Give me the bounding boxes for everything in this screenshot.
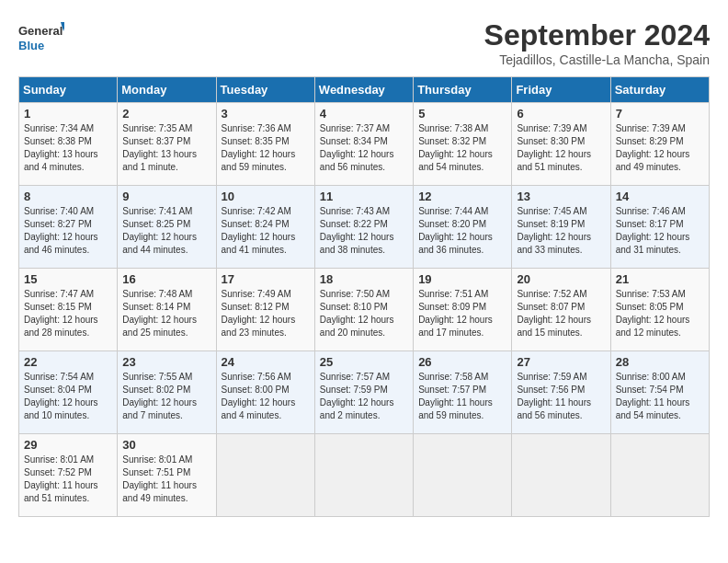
- day-number: 6: [517, 107, 605, 121]
- table-cell: 28 Sunrise: 8:00 AM Sunset: 7:54 PM Dayl…: [610, 351, 709, 434]
- header-wednesday: Wednesday: [314, 77, 413, 103]
- day-info: Sunrise: 7:51 AM Sunset: 8:09 PM Dayligh…: [418, 288, 506, 339]
- table-cell: 7 Sunrise: 7:39 AM Sunset: 8:29 PM Dayli…: [610, 103, 709, 186]
- table-cell: 19 Sunrise: 7:51 AM Sunset: 8:09 PM Dayl…: [414, 269, 512, 351]
- day-number: 17: [222, 272, 310, 286]
- table-cell: [414, 434, 512, 517]
- day-info: Sunrise: 7:39 AM Sunset: 8:29 PM Dayligh…: [616, 122, 704, 174]
- logo: General Blue: [18, 18, 64, 60]
- table-cell: 2 Sunrise: 7:35 AM Sunset: 8:37 PM Dayli…: [118, 103, 216, 186]
- day-number: 7: [616, 107, 704, 121]
- day-info: Sunrise: 7:55 AM Sunset: 8:02 PM Dayligh…: [122, 371, 210, 422]
- table-cell: 3 Sunrise: 7:36 AM Sunset: 8:35 PM Dayli…: [216, 103, 314, 186]
- day-info: Sunrise: 7:50 AM Sunset: 8:10 PM Dayligh…: [320, 288, 408, 339]
- day-number: 25: [320, 355, 408, 369]
- table-cell: 1 Sunrise: 7:34 AM Sunset: 8:38 PM Dayli…: [19, 103, 118, 186]
- week-row-4: 22 Sunrise: 7:54 AM Sunset: 8:04 PM Dayl…: [19, 351, 710, 434]
- day-number: 9: [122, 190, 210, 203]
- table-cell: 26 Sunrise: 7:58 AM Sunset: 7:57 PM Dayl…: [414, 351, 512, 434]
- table-cell: [610, 434, 709, 517]
- header-sunday: Sunday: [19, 77, 118, 103]
- week-row-2: 8 Sunrise: 7:40 AM Sunset: 8:27 PM Dayli…: [19, 186, 710, 269]
- day-info: Sunrise: 7:44 AM Sunset: 8:20 PM Dayligh…: [418, 205, 506, 257]
- day-info: Sunrise: 7:34 AM Sunset: 8:38 PM Dayligh…: [24, 122, 112, 174]
- table-cell: 11 Sunrise: 7:43 AM Sunset: 8:22 PM Dayl…: [314, 186, 413, 269]
- table-cell: 21 Sunrise: 7:53 AM Sunset: 8:05 PM Dayl…: [610, 269, 709, 351]
- day-info: Sunrise: 7:59 AM Sunset: 7:56 PM Dayligh…: [517, 371, 605, 422]
- table-cell: 5 Sunrise: 7:38 AM Sunset: 8:32 PM Dayli…: [414, 103, 512, 186]
- day-number: 20: [517, 272, 605, 286]
- table-cell: [216, 434, 314, 517]
- header-saturday: Saturday: [610, 77, 709, 103]
- header-friday: Friday: [512, 77, 610, 103]
- table-cell: [314, 434, 413, 517]
- day-number: 14: [616, 190, 704, 203]
- day-info: Sunrise: 7:43 AM Sunset: 8:22 PM Dayligh…: [320, 205, 408, 257]
- table-cell: [512, 434, 610, 517]
- day-number: 29: [24, 438, 112, 452]
- day-info: Sunrise: 7:54 AM Sunset: 8:04 PM Dayligh…: [24, 371, 112, 422]
- header-row: Sunday Monday Tuesday Wednesday Thursday…: [19, 77, 710, 103]
- table-cell: 23 Sunrise: 7:55 AM Sunset: 8:02 PM Dayl…: [118, 351, 216, 434]
- table-cell: 13 Sunrise: 7:45 AM Sunset: 8:19 PM Dayl…: [512, 186, 610, 269]
- day-number: 12: [418, 190, 506, 203]
- table-cell: 15 Sunrise: 7:47 AM Sunset: 8:15 PM Dayl…: [19, 269, 118, 351]
- day-info: Sunrise: 7:41 AM Sunset: 8:25 PM Dayligh…: [122, 205, 210, 257]
- table-cell: 22 Sunrise: 7:54 AM Sunset: 8:04 PM Dayl…: [19, 351, 118, 434]
- day-info: Sunrise: 7:36 AM Sunset: 8:35 PM Dayligh…: [222, 122, 310, 174]
- day-info: Sunrise: 7:47 AM Sunset: 8:15 PM Dayligh…: [24, 288, 112, 339]
- table-cell: 6 Sunrise: 7:39 AM Sunset: 8:30 PM Dayli…: [512, 103, 610, 186]
- svg-text:Blue: Blue: [18, 39, 44, 52]
- day-number: 26: [418, 355, 506, 369]
- week-row-3: 15 Sunrise: 7:47 AM Sunset: 8:15 PM Dayl…: [19, 269, 710, 351]
- day-number: 28: [616, 355, 704, 369]
- table-cell: 30 Sunrise: 8:01 AM Sunset: 7:51 PM Dayl…: [118, 434, 216, 517]
- day-number: 11: [320, 190, 408, 203]
- location: Tejadillos, Castille-La Mancha, Spain: [484, 52, 710, 67]
- day-info: Sunrise: 7:48 AM Sunset: 8:14 PM Dayligh…: [122, 288, 210, 339]
- day-number: 10: [222, 190, 310, 203]
- day-info: Sunrise: 7:37 AM Sunset: 8:34 PM Dayligh…: [320, 122, 408, 174]
- day-info: Sunrise: 7:56 AM Sunset: 8:00 PM Dayligh…: [222, 371, 310, 422]
- table-cell: 14 Sunrise: 7:46 AM Sunset: 8:17 PM Dayl…: [610, 186, 709, 269]
- day-number: 2: [122, 107, 210, 121]
- day-number: 23: [122, 355, 210, 369]
- week-row-1: 1 Sunrise: 7:34 AM Sunset: 8:38 PM Dayli…: [19, 103, 710, 186]
- day-info: Sunrise: 7:35 AM Sunset: 8:37 PM Dayligh…: [122, 122, 210, 174]
- header-monday: Monday: [118, 77, 216, 103]
- title-area: September 2024 Tejadillos, Castille-La M…: [484, 18, 710, 67]
- day-number: 19: [418, 272, 506, 286]
- calendar-table: Sunday Monday Tuesday Wednesday Thursday…: [18, 76, 710, 517]
- table-cell: 10 Sunrise: 7:42 AM Sunset: 8:24 PM Dayl…: [216, 186, 314, 269]
- table-cell: 8 Sunrise: 7:40 AM Sunset: 8:27 PM Dayli…: [19, 186, 118, 269]
- day-number: 30: [122, 438, 210, 452]
- day-number: 13: [517, 190, 605, 203]
- day-info: Sunrise: 8:01 AM Sunset: 7:51 PM Dayligh…: [122, 454, 210, 505]
- day-info: Sunrise: 7:57 AM Sunset: 7:59 PM Dayligh…: [320, 371, 408, 422]
- header-tuesday: Tuesday: [216, 77, 314, 103]
- day-number: 24: [222, 355, 310, 369]
- day-number: 3: [222, 107, 310, 121]
- header: General Blue September 2024 Tejadillos, …: [18, 18, 710, 67]
- day-info: Sunrise: 8:01 AM Sunset: 7:52 PM Dayligh…: [24, 454, 112, 505]
- day-info: Sunrise: 7:52 AM Sunset: 8:07 PM Dayligh…: [517, 288, 605, 339]
- day-info: Sunrise: 7:40 AM Sunset: 8:27 PM Dayligh…: [24, 205, 112, 257]
- day-info: Sunrise: 7:49 AM Sunset: 8:12 PM Dayligh…: [222, 288, 310, 339]
- table-cell: 27 Sunrise: 7:59 AM Sunset: 7:56 PM Dayl…: [512, 351, 610, 434]
- day-info: Sunrise: 7:39 AM Sunset: 8:30 PM Dayligh…: [517, 122, 605, 174]
- week-row-5: 29 Sunrise: 8:01 AM Sunset: 7:52 PM Dayl…: [19, 434, 710, 517]
- svg-text:General: General: [18, 24, 63, 38]
- day-info: Sunrise: 7:58 AM Sunset: 7:57 PM Dayligh…: [418, 371, 506, 422]
- table-cell: 12 Sunrise: 7:44 AM Sunset: 8:20 PM Dayl…: [414, 186, 512, 269]
- table-cell: 18 Sunrise: 7:50 AM Sunset: 8:10 PM Dayl…: [314, 269, 413, 351]
- logo-svg: General Blue: [18, 18, 64, 60]
- day-number: 1: [24, 107, 112, 121]
- day-number: 27: [517, 355, 605, 369]
- table-cell: 9 Sunrise: 7:41 AM Sunset: 8:25 PM Dayli…: [118, 186, 216, 269]
- table-cell: 16 Sunrise: 7:48 AM Sunset: 8:14 PM Dayl…: [118, 269, 216, 351]
- day-number: 18: [320, 272, 408, 286]
- table-cell: 25 Sunrise: 7:57 AM Sunset: 7:59 PM Dayl…: [314, 351, 413, 434]
- day-info: Sunrise: 8:00 AM Sunset: 7:54 PM Dayligh…: [616, 371, 704, 422]
- header-thursday: Thursday: [414, 77, 512, 103]
- day-info: Sunrise: 7:53 AM Sunset: 8:05 PM Dayligh…: [616, 288, 704, 339]
